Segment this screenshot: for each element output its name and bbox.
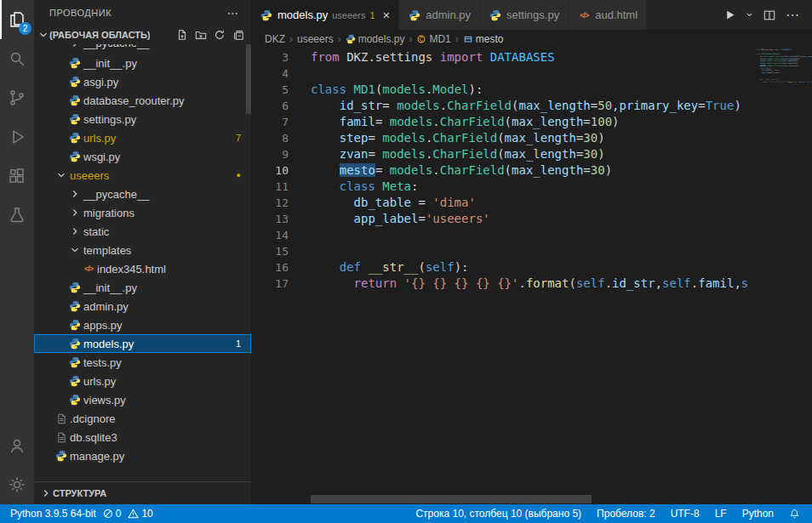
collapse-folders-icon[interactable]	[232, 29, 244, 41]
code-line[interactable]: 5class MD1(models.Model):	[251, 82, 756, 98]
tab-settings-py[interactable]: settings.py	[480, 0, 569, 30]
account-icon[interactable]	[0, 426, 34, 465]
code-line[interactable]: 3from DKZ.settings import DATABASES	[251, 49, 756, 65]
status-bar: Python 3.9.5 64-bit 0 10 Строка 10, стол…	[0, 504, 812, 523]
code-line[interactable]: 11 class Meta:	[251, 179, 756, 195]
line-number: 10	[251, 162, 289, 179]
breadcrumb-item[interactable]: MD1	[416, 33, 450, 45]
tree-item[interactable]: migrations	[34, 203, 251, 222]
breadcrumb-item[interactable]: useeers	[297, 33, 334, 45]
chevron-right-icon	[39, 487, 53, 499]
text-file-icon	[54, 432, 68, 443]
tree-item[interactable]: __pycache__	[34, 44, 251, 54]
code-editor[interactable]: 3from DKZ.settings import DATABASES45cla…	[251, 48, 812, 504]
tab-problems-badge: 1	[369, 10, 375, 20]
tree-item[interactable]: db.sqlite3	[34, 428, 251, 446]
language-mode-status[interactable]: Python	[739, 508, 777, 520]
line-number: 15	[251, 243, 289, 259]
tree-item[interactable]: __init__.py	[34, 54, 251, 72]
code-line[interactable]: 14	[251, 227, 756, 243]
cursor-position-status[interactable]: Строка 10, столбец 10 (выбрано 5)	[412, 508, 585, 520]
tree-item[interactable]: urls.py	[34, 372, 251, 390]
tree-item[interactable]: settings.py	[34, 110, 251, 128]
tree-item[interactable]: views.py	[34, 390, 251, 409]
testing-flask-icon[interactable]	[0, 196, 34, 235]
code-line[interactable]: 6 id_str= models.CharField(max_length=50…	[251, 98, 756, 114]
tree-item-label: apps.py	[83, 319, 123, 332]
tree-item[interactable]: __init__.py	[34, 278, 251, 297]
workspace-section-header[interactable]: (РАБОЧАЯ ОБЛАСТЬ) ...	[34, 26, 251, 44]
horizontal-scrollbar[interactable]	[311, 495, 592, 503]
python-icon	[68, 356, 82, 368]
tree-item[interactable]: admin.py	[34, 297, 251, 316]
line-number: 16	[251, 259, 289, 276]
tree-item[interactable]: manage.py	[34, 446, 251, 465]
tree-item-label: views.py	[83, 394, 126, 406]
code-line[interactable]: 12 db_table = 'dima'	[251, 195, 756, 211]
search-icon[interactable]	[0, 39, 34, 78]
tree-item-label: asgi.py	[83, 76, 118, 88]
explorer-icon[interactable]: 2	[0, 0, 34, 39]
breadcrumb-item[interactable]: mesto	[463, 33, 504, 45]
python-icon	[68, 319, 82, 331]
tree-item[interactable]: urls.py7	[34, 128, 251, 147]
tree-item[interactable]: </>index345.html	[34, 259, 251, 278]
settings-gear-icon[interactable]	[0, 465, 34, 504]
tree-item[interactable]: useeers●	[34, 166, 251, 185]
tree-item[interactable]: wsgi.py	[34, 147, 251, 166]
tree-item[interactable]: .dcignore	[34, 409, 251, 428]
problems-badge: 1	[236, 338, 241, 349]
code-line[interactable]: 17 return '{} {} {} {} {}'.format(self.i…	[251, 276, 756, 292]
code-line[interactable]: 10 mesto= models.CharField(max_length=30…	[251, 162, 756, 179]
code-line[interactable]: 15	[251, 243, 756, 259]
tree-item[interactable]: asgi.py	[34, 72, 251, 91]
more-actions-icon[interactable]: ⋯	[786, 7, 800, 23]
code-text: step= models.CharField(max_length=30)	[311, 130, 605, 146]
tab-aud-html[interactable]: </> aud.html	[569, 0, 647, 30]
run-dropdown-chevron-icon[interactable]	[746, 11, 753, 19]
tree-item-label: __pycache__	[83, 44, 149, 49]
breadcrumb-item[interactable]: models.py	[346, 33, 405, 45]
run-debug-icon[interactable]	[0, 117, 34, 156]
tree-item[interactable]: __pycache__	[34, 185, 251, 203]
problems-status[interactable]: 0 10	[100, 508, 157, 520]
encoding-status[interactable]: UTF-8	[667, 508, 703, 520]
notifications-bell-icon[interactable]	[786, 509, 803, 520]
code-line[interactable]: 7 famil= models.CharField(max_length=100…	[251, 114, 756, 130]
tree-item[interactable]: models.py1	[34, 334, 251, 353]
code-line[interactable]: 4	[251, 65, 756, 82]
breadcrumb-item[interactable]: DKZ	[265, 33, 285, 45]
code-line[interactable]: 9 zvan= models.CharField(max_length=30)	[251, 146, 756, 162]
refresh-icon[interactable]	[214, 29, 226, 41]
tree-item[interactable]: database_roouter.py	[34, 91, 251, 110]
python-interpreter-status[interactable]: Python 3.9.5 64-bit	[7, 508, 100, 520]
tree-item[interactable]: templates	[34, 241, 251, 259]
tab-models-py[interactable]: models.py useeers 1 ×	[251, 0, 399, 30]
outline-section-header[interactable]: СТРУКТУРА	[34, 481, 251, 504]
indentation-status[interactable]: Пробелов: 2	[593, 508, 659, 520]
tab-label: settings.py	[506, 9, 559, 21]
code-text: zvan= models.CharField(max_length=30)	[311, 146, 605, 162]
new-folder-icon[interactable]	[195, 29, 207, 41]
tree-item[interactable]: static	[34, 222, 251, 241]
minimap[interactable]: from DKZ.settings import DATABASESclass …	[756, 48, 812, 493]
new-file-icon[interactable]	[176, 29, 188, 41]
line-number: 9	[251, 146, 289, 162]
tree-item[interactable]: apps.py	[34, 316, 251, 334]
code-line[interactable]: 13 app_label='useeers'	[251, 211, 756, 227]
extensions-icon[interactable]	[0, 156, 34, 196]
tree-item[interactable]: tests.py	[34, 353, 251, 372]
split-editor-button[interactable]	[763, 9, 775, 21]
more-actions-icon[interactable]: ⋯	[227, 6, 240, 20]
tree-item-label: manage.py	[70, 450, 124, 463]
source-control-icon[interactable]	[0, 78, 34, 117]
run-button[interactable]	[724, 9, 735, 20]
python-icon	[54, 450, 68, 462]
eol-status[interactable]: LF	[712, 508, 730, 520]
code-line[interactable]: 16 def __str__(self):	[251, 259, 756, 276]
code-line[interactable]: 8 step= models.CharField(max_length=30)	[251, 130, 756, 146]
tab-admin-py[interactable]: admin.py	[399, 0, 480, 30]
breadcrumb: DKZ › useeers › models.py › MD1 ›	[251, 30, 812, 48]
tab-label: admin.py	[426, 9, 471, 21]
close-icon[interactable]: ×	[383, 9, 391, 21]
